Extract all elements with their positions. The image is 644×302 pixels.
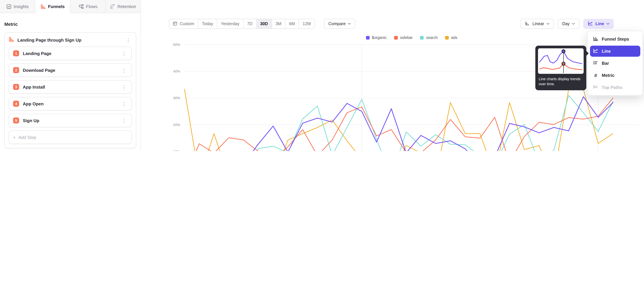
range-label: Yesterday: [221, 22, 239, 26]
step-label: Download Page: [23, 68, 120, 73]
menu-item-line[interactable]: Line: [590, 46, 640, 57]
tab-label: Insights: [14, 4, 29, 9]
tab-funnels[interactable]: Funnels: [35, 0, 70, 13]
tab-label: Funnels: [48, 4, 65, 9]
menu-item-label: Metric: [602, 73, 615, 78]
metric-heading: Metric: [4, 22, 136, 27]
range-label: Today: [202, 22, 213, 26]
svg-text:20%: 20%: [173, 123, 180, 127]
tab-flows[interactable]: Flows: [70, 0, 106, 13]
range-label: Custom: [180, 22, 194, 26]
funnel-step-2[interactable]: 2Download Page⋮: [9, 64, 132, 77]
step-kebab-icon[interactable]: ⋮: [120, 68, 128, 73]
add-step-button[interactable]: + Add Step: [9, 130, 132, 144]
sidebar: InsightsFunnelsFlowsRetention Metric Lan…: [0, 0, 141, 151]
main-content: CustomTodayYesterday7D30D3M6M12M Compare…: [141, 0, 644, 151]
step-number-badge: 4: [13, 101, 19, 107]
granularity-dropdown[interactable]: Day: [558, 19, 579, 29]
funnel-steps-list: 1Landing Page⋮2Download Page⋮3App Instal…: [9, 47, 132, 127]
step-label: Landing Page: [23, 51, 120, 56]
chevron-down-icon: [546, 23, 550, 25]
step-number-badge: 2: [13, 67, 19, 73]
menu-item-top-paths: Top Paths: [590, 82, 640, 93]
menu-item-bar[interactable]: Bar: [590, 58, 640, 69]
flows-icon: [78, 4, 84, 9]
funnels-report-app: InsightsFunnelsFlowsRetention Metric Lan…: [0, 0, 644, 151]
plus-icon: +: [13, 135, 16, 140]
range-label: 12M: [303, 22, 311, 26]
step-kebab-icon[interactable]: ⋮: [120, 118, 128, 123]
sidebar-panel: Metric Landing Page through Sign Up ⋮ 1L…: [0, 22, 140, 151]
range-6m[interactable]: 6M: [286, 19, 299, 28]
tab-retention[interactable]: Retention: [106, 0, 140, 13]
svg-text:40%: 40%: [173, 69, 180, 73]
range-3m[interactable]: 3M: [272, 19, 286, 28]
step-kebab-icon[interactable]: ⋮: [120, 84, 128, 90]
funnel-step-3[interactable]: 3App Install⋮: [9, 80, 132, 94]
step-label: App Open: [23, 101, 120, 106]
retention-icon: [110, 4, 115, 9]
chevron-down-icon: [572, 23, 575, 25]
metric-card: Landing Page through Sign Up ⋮ 1Landing …: [4, 32, 136, 148]
step-number-badge: 5: [13, 118, 19, 124]
insights-icon: [6, 4, 11, 9]
chart-type-menu: Funnel StepsLineBar#MetricTop Paths: [587, 31, 643, 96]
tab-insights[interactable]: Insights: [0, 0, 35, 13]
date-range-control: CustomTodayYesterday7D30D3M6M12M: [169, 19, 315, 29]
calendar-icon: [173, 21, 178, 27]
report-tabs: InsightsFunnelsFlowsRetention: [0, 0, 140, 13]
tab-label: Retention: [118, 4, 136, 9]
step-number-badge: 1: [13, 50, 19, 56]
svg-text:10%: 10%: [173, 150, 180, 151]
chevron-down-icon: [348, 23, 351, 25]
range-30d[interactable]: 30D: [256, 19, 272, 28]
tab-label: Flows: [86, 4, 98, 9]
range-label: 6M: [289, 22, 295, 26]
menu-item-label: Top Paths: [602, 85, 622, 90]
svg-text:50%: 50%: [173, 42, 180, 46]
svg-text:30%: 30%: [173, 96, 180, 100]
range-custom[interactable]: Custom: [169, 19, 198, 28]
range-12m[interactable]: 12M: [299, 19, 314, 28]
range-label: 30D: [260, 22, 268, 26]
funnel-step-1[interactable]: 1Landing Page⋮: [9, 47, 132, 60]
line-chart-icon: [588, 21, 593, 27]
tooltip-text: Line charts display trends over time.: [538, 76, 584, 88]
chart-type-dropdown[interactable]: Line: [584, 19, 614, 29]
scale-dropdown[interactable]: Linear: [521, 19, 554, 29]
funnel-step-5[interactable]: 5Sign Up⋮: [9, 114, 132, 127]
menu-item-funnel-steps[interactable]: Funnel Steps: [590, 34, 640, 45]
step-kebab-icon[interactable]: ⋮: [120, 51, 128, 56]
funnel-metric-icon: [9, 36, 14, 43]
metric-kebab-icon[interactable]: ⋮: [125, 38, 132, 42]
bar-icon: [593, 60, 598, 66]
linear-axis-icon: [525, 21, 530, 27]
funnel-step-4[interactable]: 4App Open⋮: [9, 97, 132, 110]
compare-button[interactable]: Compare: [324, 19, 355, 29]
range-label: 7D: [247, 22, 252, 26]
range-label: 3M: [276, 22, 282, 26]
line-icon: [593, 48, 598, 54]
funnels-icon: [40, 4, 46, 9]
step-number-badge: 3: [13, 84, 19, 90]
menu-item-label: Funnel Steps: [602, 36, 629, 42]
menu-item-label: Line: [602, 49, 611, 54]
top-paths-icon: [593, 84, 598, 90]
chevron-down-icon: [606, 23, 610, 25]
funnel-steps-icon: [593, 36, 598, 42]
range-today[interactable]: Today: [198, 19, 217, 28]
step-kebab-icon[interactable]: ⋮: [120, 101, 128, 106]
range-yesterday[interactable]: Yesterday: [217, 19, 243, 28]
menu-item-label: Bar: [602, 61, 609, 66]
metric-title: Landing Page through Sign Up: [18, 38, 122, 42]
menu-item-metric[interactable]: #Metric: [590, 70, 640, 81]
step-label: App Install: [23, 84, 120, 90]
metric-icon: #: [593, 72, 598, 78]
chart-type-tooltip: Line charts display trends over time.: [535, 46, 586, 90]
step-label: Sign Up: [23, 118, 120, 123]
tooltip-mini-chart: [538, 48, 584, 74]
range-7d[interactable]: 7D: [243, 19, 256, 28]
